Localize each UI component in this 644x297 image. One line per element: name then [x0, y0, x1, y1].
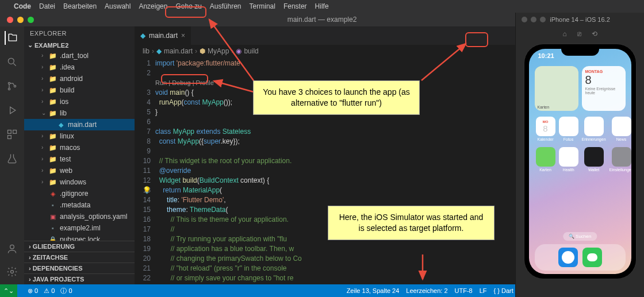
tree-item-linux[interactable]: ›📁linux [24, 130, 135, 142]
cal-daynum: 8 [585, 74, 622, 87]
sim-zoom-button[interactable] [540, 17, 546, 22]
breadcrumb-seg[interactable]: build [244, 47, 258, 55]
menu-help[interactable]: Hilfe [315, 2, 329, 10]
minimize-window-button[interactable] [17, 17, 24, 23]
app-wallet[interactable]: Wallet [582, 147, 606, 172]
status-encoding[interactable]: UTF-8 [455, 287, 473, 294]
testing-icon[interactable] [5, 152, 19, 165]
project-root-label: EXAMPLE2 [34, 42, 68, 49]
dart-file-icon: ◆ [140, 32, 145, 40]
run-debug-icon[interactable] [5, 103, 19, 117]
app-news[interactable]: News [610, 117, 631, 141]
status-language[interactable]: { } Dart [494, 287, 513, 294]
widget-label: Karten [538, 105, 550, 109]
status-cursor-pos[interactable]: Zeile 13, Spalte 24 [347, 287, 400, 294]
tree-item-build[interactable]: ›📁build [24, 84, 135, 96]
app-health[interactable]: Health [559, 147, 578, 172]
svg-rect-5 [13, 130, 17, 134]
svg-point-2 [8, 88, 10, 90]
app-kalender[interactable]: MO8Kalender [536, 117, 555, 141]
simulator-titlebar: iPhone 14 – iOS 16.2 [516, 13, 644, 26]
tree-item-android[interactable]: ›📁android [24, 73, 135, 84]
annotation-callout-2: Here, the iOS Simulator was started and … [328, 206, 494, 240]
close-window-button[interactable] [7, 17, 13, 23]
calendar-widget[interactable]: MONTAG 8 Keine Ereignisse heute [582, 66, 626, 111]
tree-item-analysis_options-yaml[interactable]: ▣analysis_options.yaml [24, 211, 135, 222]
ios-home-screen[interactable]: 10:21 Karten MONTAG 8 Keine Ereignisse h… [529, 49, 631, 274]
activity-bar [0, 26, 24, 284]
sim-screenshot-icon[interactable]: ⎚ [577, 30, 581, 38]
svg-point-0 [8, 58, 14, 64]
menu-terminal[interactable]: Terminal [250, 2, 275, 10]
notch [561, 44, 599, 56]
status-info[interactable]: ⓘ 0 [60, 287, 72, 295]
explorer-sidebar: EXPLORER ⌄EXAMPLE2 ›📁.dart_tool›📁.idea›📁… [24, 26, 135, 284]
sidebar-section-dependencies[interactable]: › DEPENDENCIES [24, 263, 135, 273]
breadcrumb-seg[interactable]: MyApp [208, 47, 229, 55]
status-errors[interactable]: ⊗ 0 [28, 287, 38, 295]
maps-widget[interactable]: Karten [535, 66, 578, 111]
dart-file-icon: ◆ [156, 47, 162, 55]
menu-selection[interactable]: Auswahl [105, 2, 131, 10]
line-gutter: 12 3456789101112131415161718192021222324… [135, 57, 155, 284]
menu-edit[interactable]: Bearbeiten [63, 2, 97, 10]
status-eol[interactable]: LF [480, 287, 487, 294]
search-icon[interactable] [5, 55, 19, 69]
spotlight-search[interactable]: 🔍 Suchen [563, 232, 597, 241]
sim-minimize-button[interactable] [531, 17, 536, 22]
menu-window[interactable]: Fenster [283, 2, 307, 10]
tree-item-ios[interactable]: ›📁ios [24, 96, 135, 107]
status-indent[interactable]: Leerzeichen: 2 [406, 287, 447, 294]
cal-events: Keine Ereignisse heute [585, 87, 622, 95]
tree-item-lib[interactable]: ⌄📁lib [24, 107, 135, 119]
app-fotos[interactable]: Fotos [559, 117, 578, 141]
ios-simulator-window: iPhone 14 – iOS 16.2 ⌂ ⎚ ⟲ 10:21 Karten … [515, 13, 644, 297]
source-control-icon[interactable] [5, 79, 19, 93]
sidebar-section-java projects[interactable]: › JAVA PROJECTS [24, 273, 135, 284]
tree-item--metadata[interactable]: ▪.metadata [24, 199, 135, 211]
tree-item-main-dart[interactable]: ◆main.dart [24, 119, 135, 130]
breadcrumb-seg[interactable]: lib [143, 47, 150, 55]
svg-rect-6 [8, 136, 12, 139]
explorer-icon[interactable] [5, 31, 18, 45]
file-tree: ›📁.dart_tool›📁.idea›📁android›📁build›📁ios… [24, 50, 135, 241]
tree-item-windows[interactable]: ›📁windows [24, 176, 135, 188]
tab-close-icon[interactable]: × [181, 32, 185, 40]
safari-app[interactable] [558, 248, 578, 267]
tab-label: main.dart [149, 32, 178, 40]
app-erinnerungen[interactable]: Erinnerungen [582, 117, 606, 141]
tree-item--gitignore[interactable]: ◈.gitignore [24, 188, 135, 199]
menu-go[interactable]: Gehe zu [175, 2, 201, 10]
remote-indicator[interactable]: ⌃⌄ [0, 284, 17, 297]
sidebar-section-zeitachse[interactable]: › ZEITACHSE [24, 252, 135, 263]
menu-view[interactable]: Anzeigen [139, 2, 167, 10]
sim-home-icon[interactable]: ⌂ [562, 30, 566, 38]
project-root[interactable]: ⌄EXAMPLE2 [24, 40, 135, 50]
breadcrumb-seg[interactable]: main.dart [164, 47, 193, 55]
svg-rect-4 [8, 130, 12, 134]
phone-frame: 10:21 Karten MONTAG 8 Keine Ereignisse h… [516, 41, 644, 297]
sim-rotate-icon[interactable]: ⟲ [592, 30, 597, 38]
tree-item-pubspec-lock[interactable]: 🔒pubspec.lock [24, 234, 135, 241]
messages-app[interactable] [582, 248, 602, 267]
tree-item-example2-iml[interactable]: ▪example2.iml [24, 222, 135, 234]
tree-item-macos[interactable]: ›📁macos [24, 142, 135, 153]
zoom-window-button[interactable] [28, 17, 34, 23]
status-warnings[interactable]: ⚠ 0 [44, 287, 55, 295]
app-einstellungen[interactable]: Einstellungen [610, 147, 631, 172]
menu-run[interactable]: Ausführen [210, 2, 241, 10]
sim-close-button[interactable] [522, 17, 527, 22]
sidebar-section-gliederung[interactable]: › GLIEDERUNG [24, 241, 135, 252]
tab-main-dart[interactable]: ◆ main.dart × [135, 26, 191, 45]
menu-file[interactable]: Datei [39, 2, 55, 10]
menu-app[interactable]: Code [14, 2, 31, 10]
tree-item-test[interactable]: ›📁test [24, 153, 135, 165]
settings-gear-icon[interactable] [5, 265, 19, 279]
tree-item--idea[interactable]: ›📁.idea [24, 61, 135, 73]
simulator-toolbar: ⌂ ⎚ ⟲ [516, 26, 644, 41]
accounts-icon[interactable] [5, 242, 19, 256]
extensions-icon[interactable] [5, 128, 19, 141]
app-karten[interactable]: Karten [536, 147, 555, 172]
tree-item--dart_tool[interactable]: ›📁.dart_tool [24, 50, 135, 61]
tree-item-web[interactable]: ›📁web [24, 165, 135, 176]
